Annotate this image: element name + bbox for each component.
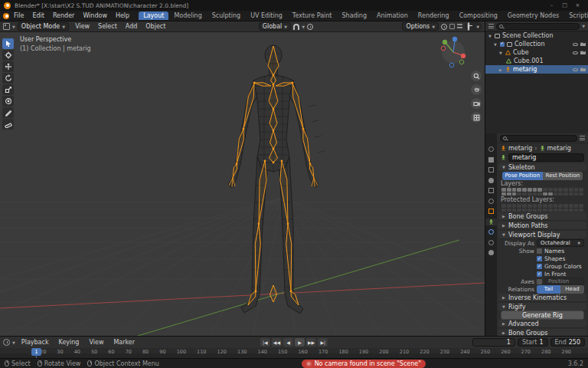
breadcrumb-data[interactable]: metarig bbox=[547, 145, 571, 152]
layer-toggle[interactable] bbox=[574, 209, 579, 212]
tool-annotate[interactable] bbox=[2, 107, 14, 118]
section-bone-groups[interactable]: ▶ Bone Groups bbox=[498, 212, 586, 221]
layer-toggle[interactable] bbox=[543, 209, 547, 212]
layer-toggle[interactable] bbox=[512, 204, 517, 208]
hide-eye-icon[interactable] bbox=[573, 51, 578, 54]
properties-search-input[interactable] bbox=[500, 135, 577, 142]
render-camera-icon[interactable] bbox=[580, 51, 586, 54]
layer-toggle[interactable] bbox=[517, 188, 521, 192]
layer-toggle[interactable] bbox=[579, 188, 583, 192]
layer-toggle[interactable] bbox=[548, 209, 553, 212]
outliner-row-cube-001[interactable]: Cube.001 bbox=[485, 57, 588, 65]
error-report[interactable]: × No camera found in scene "Scene" bbox=[302, 360, 426, 368]
layer-toggle[interactable] bbox=[579, 209, 583, 212]
layer-toggle[interactable] bbox=[569, 204, 573, 208]
workspace-tab-scripting[interactable]: Scripting bbox=[564, 12, 588, 20]
layer-toggle[interactable] bbox=[528, 209, 532, 212]
play-button[interactable]: ▶ bbox=[295, 338, 305, 347]
layer-toggle[interactable] bbox=[564, 204, 568, 208]
menu-object[interactable]: Object bbox=[142, 22, 169, 31]
layer-toggle[interactable] bbox=[564, 188, 568, 192]
layer-toggle[interactable] bbox=[569, 188, 573, 192]
layer-toggle[interactable] bbox=[533, 209, 537, 212]
head-button[interactable]: Head bbox=[560, 285, 584, 294]
close-button[interactable]: × bbox=[571, 1, 584, 11]
menu-edit[interactable]: Edit bbox=[28, 12, 48, 20]
tool-measure[interactable] bbox=[2, 119, 14, 130]
layer-toggle[interactable] bbox=[548, 204, 553, 208]
mode-dropdown[interactable]: Object Mode ▼ bbox=[18, 22, 69, 31]
current-frame-cursor[interactable]: 1 bbox=[31, 348, 41, 358]
xray-toggle-icon[interactable] bbox=[457, 24, 462, 29]
layer-toggle[interactable] bbox=[507, 188, 511, 192]
layer-toggle[interactable] bbox=[501, 209, 506, 212]
minimize-button[interactable]: – bbox=[545, 1, 558, 11]
layer-toggle[interactable] bbox=[558, 188, 563, 192]
layer-toggle[interactable] bbox=[507, 209, 511, 212]
rest-position-button[interactable]: Rest Position bbox=[543, 172, 583, 180]
tool-scale[interactable] bbox=[2, 84, 14, 95]
app-menu-icon[interactable] bbox=[3, 13, 9, 19]
breadcrumb-object[interactable]: metarig bbox=[508, 145, 532, 152]
options-dropdown[interactable]: Options ▼ bbox=[402, 22, 439, 31]
menu-add[interactable]: Add bbox=[122, 22, 142, 31]
next-keyframe-button[interactable]: ▶▶ bbox=[306, 338, 316, 347]
layer-toggle[interactable] bbox=[558, 204, 563, 208]
maximize-button[interactable]: □ bbox=[558, 1, 571, 11]
start-frame-field[interactable]: Start 1 bbox=[518, 338, 548, 347]
workspace-tab-compositing[interactable]: Compositing bbox=[455, 12, 502, 20]
layer-toggle[interactable] bbox=[533, 188, 537, 192]
tool-cursor[interactable] bbox=[2, 50, 14, 61]
timeline-ruler[interactable]: 2030405060708090100110120130140150160170… bbox=[0, 348, 588, 358]
properties-tab-output[interactable] bbox=[485, 166, 497, 173]
workspace-tab-shading[interactable]: Shading bbox=[337, 12, 371, 20]
layer-toggle[interactable] bbox=[522, 188, 527, 192]
layer-toggle[interactable] bbox=[543, 188, 547, 192]
play-reverse-button[interactable]: ◀ bbox=[283, 338, 293, 347]
menu-window[interactable]: Window bbox=[79, 12, 111, 20]
section-inverse-kinematics[interactable]: ▶ Inverse Kinematics bbox=[498, 294, 586, 302]
layer-toggle[interactable] bbox=[537, 209, 542, 212]
expander-icon[interactable]: ▼ bbox=[488, 34, 492, 38]
properties-tab-view-layer[interactable] bbox=[485, 177, 497, 184]
expander-icon[interactable]: ▼ bbox=[493, 42, 498, 47]
layer-toggle[interactable] bbox=[507, 204, 511, 208]
editor-type-icon[interactable] bbox=[3, 23, 10, 30]
menu-keying[interactable]: Keying bbox=[55, 338, 83, 347]
filter-icon[interactable] bbox=[488, 24, 494, 28]
section-advanced[interactable]: ▶ Advanced bbox=[498, 320, 586, 328]
workspace-tab-geometry-nodes[interactable]: Geometry Nodes bbox=[503, 12, 564, 20]
layer-toggle[interactable] bbox=[501, 204, 506, 208]
menu-select[interactable]: Select bbox=[94, 22, 121, 31]
workspace-tab-modeling[interactable]: Modeling bbox=[169, 12, 206, 20]
timeline-editor-icon[interactable] bbox=[3, 339, 10, 346]
workspace-tab-sculpting[interactable]: Sculpting bbox=[207, 12, 245, 20]
tool-transform[interactable] bbox=[2, 96, 14, 107]
menu-view[interactable]: View bbox=[71, 22, 93, 31]
workspace-tab-texture-paint[interactable]: Texture Paint bbox=[288, 12, 337, 20]
armature-rig[interactable] bbox=[229, 46, 318, 305]
layer-toggle[interactable] bbox=[501, 188, 506, 192]
properties-tab-tool[interactable] bbox=[485, 146, 497, 153]
proportional-editing-icon[interactable] bbox=[307, 24, 313, 30]
layer-toggle[interactable] bbox=[537, 204, 542, 208]
properties-tab-material[interactable] bbox=[485, 249, 497, 256]
properties-filter-icon[interactable] bbox=[580, 136, 585, 140]
properties-tab-data[interactable] bbox=[485, 219, 497, 225]
menu-help[interactable]: Help bbox=[112, 12, 133, 20]
section-motion-paths[interactable]: ▶ Motion Paths bbox=[498, 222, 586, 230]
expander-icon[interactable]: ▼ bbox=[498, 51, 503, 55]
properties-tab-world[interactable] bbox=[485, 198, 497, 205]
menu-render[interactable]: Render bbox=[49, 12, 78, 20]
layer-toggle[interactable] bbox=[564, 209, 568, 212]
workspace-tab-animation[interactable]: Animation bbox=[372, 12, 413, 20]
tail-button[interactable]: Tail bbox=[537, 285, 560, 294]
display-as-dropdown[interactable]: Octahedral▼ bbox=[537, 239, 584, 247]
outliner-row-metarig[interactable]: ▶ metarig bbox=[485, 65, 588, 74]
current-frame-field[interactable]: 1 bbox=[472, 338, 515, 347]
menu-marker[interactable]: Marker bbox=[109, 338, 139, 347]
layer-toggle[interactable] bbox=[548, 188, 553, 192]
layer-toggle[interactable] bbox=[579, 204, 583, 208]
layer-toggle[interactable] bbox=[554, 188, 558, 192]
layer-toggle[interactable] bbox=[574, 188, 579, 192]
